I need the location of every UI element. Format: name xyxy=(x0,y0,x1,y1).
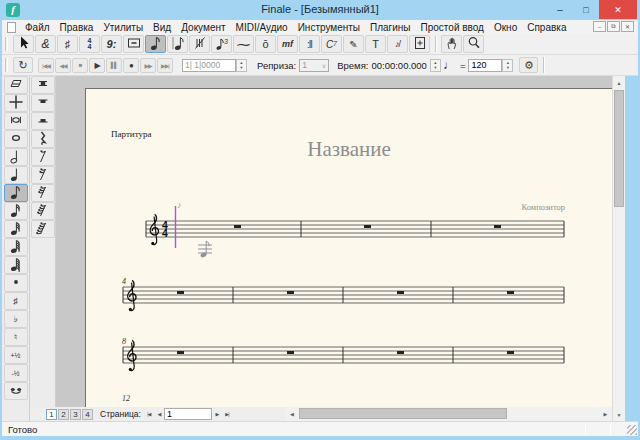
mdi-close-button[interactable]: ✕ xyxy=(621,21,634,32)
menu-item-window[interactable]: Окно xyxy=(489,21,522,34)
scroll-right-arrow[interactable]: ▶ xyxy=(599,407,612,421)
staff-system-3[interactable] xyxy=(121,333,571,381)
page-tab-3[interactable]: 3 xyxy=(70,409,81,420)
selection-tool-button[interactable] xyxy=(13,35,34,53)
staff-system-2[interactable] xyxy=(121,273,571,321)
loop-playback-button[interactable]: ↻ xyxy=(13,57,33,73)
score-canvas[interactable]: Партитура Название Композитор 4 4 ♪ xyxy=(56,76,612,407)
skip-to-end-button[interactable]: ▶▶| xyxy=(157,58,173,73)
menu-item-midi-audio[interactable]: MIDI/Аудио xyxy=(231,21,293,34)
menu-item-view[interactable]: Вид xyxy=(148,21,176,34)
close-button[interactable]: ✕ xyxy=(599,0,637,19)
whole-note-button[interactable] xyxy=(4,130,28,148)
minimize-button[interactable]: – xyxy=(547,0,573,19)
page-number-input[interactable] xyxy=(164,408,212,420)
sharp-button[interactable]: ♯ xyxy=(4,292,28,310)
page-layout-tool-button[interactable] xyxy=(409,35,430,53)
hand-grabber-tool-button[interactable] xyxy=(441,35,462,53)
tuplet-tool-button[interactable]: 3 xyxy=(211,35,232,53)
half-note-button[interactable] xyxy=(4,148,28,166)
record-button[interactable]: ● xyxy=(123,58,139,73)
horizontal-scrollbar[interactable]: ◀ ▶ xyxy=(286,407,612,421)
quarter-rest-button[interactable] xyxy=(31,130,55,148)
menu-item-plugins[interactable]: Плагины xyxy=(365,21,416,34)
eighth-rest-button[interactable] xyxy=(31,148,55,166)
speedy-entry-tool-button[interactable] xyxy=(167,35,188,53)
scroll-down-arrow[interactable]: ▼ xyxy=(613,408,625,421)
time-signature-tool-button[interactable]: 44 xyxy=(79,35,100,53)
crosshair-tool-button[interactable] xyxy=(4,94,28,112)
resize-tool-button[interactable]: ♪/ xyxy=(387,35,408,53)
vertical-scrollbar[interactable]: ▲ ▼ xyxy=(612,76,625,421)
playback-counter-field[interactable]: 1| 1|0000 xyxy=(182,59,236,72)
next-page-button[interactable]: ▶ xyxy=(212,409,222,420)
repeat-tool-button[interactable]: :‖ xyxy=(299,35,320,53)
toolbar-grip[interactable] xyxy=(5,58,8,72)
expression-tool-button[interactable]: mf xyxy=(277,35,298,53)
sixteenth-note-button[interactable] xyxy=(4,202,28,220)
half-rest-button[interactable] xyxy=(31,112,55,130)
mdi-restore-button[interactable]: ⧉ xyxy=(607,21,620,32)
key-signature-tool-button[interactable]: ♯ xyxy=(57,35,78,53)
whole-rest-button[interactable] xyxy=(31,94,55,112)
staff-tool-button[interactable]: & xyxy=(35,35,56,53)
fast-forward-button[interactable]: ▶▶ xyxy=(140,58,156,73)
natural-button[interactable]: ♮ xyxy=(4,328,28,346)
half-step-down-button[interactable]: -½ xyxy=(4,364,28,382)
score-page[interactable]: Партитура Название Композитор 4 4 ♪ xyxy=(85,88,612,407)
resize-grip[interactable] xyxy=(627,425,637,435)
tie-button[interactable] xyxy=(4,382,28,400)
toolbar-grip[interactable] xyxy=(5,37,8,51)
rewind-button[interactable]: ◀◀ xyxy=(55,58,71,73)
page-tab-4[interactable]: 4 xyxy=(82,409,93,420)
horizontal-scroll-thumb[interactable] xyxy=(299,408,507,419)
menu-item-file[interactable]: Файл xyxy=(20,21,55,34)
menu-item-instruments[interactable]: Инструменты xyxy=(293,21,365,34)
double-whole-note-button[interactable] xyxy=(4,112,28,130)
play-button[interactable]: ▶ xyxy=(89,58,105,73)
simple-entry-tool-button[interactable] xyxy=(145,35,166,53)
quarter-note-button[interactable] xyxy=(4,166,28,184)
sixty-fourth-note-button[interactable] xyxy=(4,238,28,256)
mdi-minimize-button[interactable]: – xyxy=(593,21,606,32)
tempo-input[interactable] xyxy=(468,59,502,72)
staff-system-1[interactable]: 4 4 ♪ xyxy=(144,194,572,272)
menu-item-document[interactable]: Документ xyxy=(176,21,230,34)
augmentation-dot-button[interactable] xyxy=(4,274,28,292)
menu-item-edit[interactable]: Правка xyxy=(55,21,99,34)
menu-item-simple-entry[interactable]: Простой ввод xyxy=(416,21,489,34)
pause-button[interactable]: ▌▌ xyxy=(106,58,122,73)
menu-item-help[interactable]: Справка xyxy=(522,21,571,34)
menu-item-utilities[interactable]: Утилиты xyxy=(98,21,148,34)
vertical-scroll-thumb[interactable] xyxy=(614,90,624,207)
tempo-spinner[interactable]: ▴▾ xyxy=(502,59,513,72)
measure-tool-button[interactable] xyxy=(123,35,144,53)
scroll-left-arrow[interactable]: ◀ xyxy=(286,407,298,421)
prev-page-button[interactable]: ◀ xyxy=(154,409,164,420)
double-whole-rest-button[interactable] xyxy=(31,76,55,94)
text-tool-button[interactable]: T xyxy=(365,35,386,53)
playback-settings-button[interactable]: ⚙ xyxy=(519,57,538,73)
sixteenth-rest-button[interactable] xyxy=(31,166,55,184)
sixty-fourth-rest-button[interactable] xyxy=(31,202,55,220)
page-tab-1[interactable]: 1 xyxy=(46,409,57,420)
tempo-note-spinner[interactable]: ▴▾ xyxy=(430,59,441,72)
first-page-button[interactable]: |◀ xyxy=(144,409,154,420)
chord-tool-button[interactable]: C⁷ xyxy=(321,35,342,53)
thirty-second-rest-button[interactable] xyxy=(31,184,55,202)
half-step-up-button[interactable]: +½ xyxy=(4,346,28,364)
last-page-button[interactable]: ▶| xyxy=(222,409,232,420)
reprise-dropdown[interactable]: 1∨ xyxy=(299,59,329,72)
counter-spinner[interactable]: ▴▾ xyxy=(236,59,247,72)
maximize-button[interactable]: □ xyxy=(573,0,599,19)
articulation-tool-button[interactable]: ō xyxy=(255,35,276,53)
hyperscribe-tool-button[interactable] xyxy=(189,35,210,53)
clef-tool-button[interactable]: 9: xyxy=(101,35,122,53)
smart-shape-tool-button[interactable]: ∼ xyxy=(233,35,254,53)
scroll-up-arrow[interactable]: ▲ xyxy=(613,76,625,89)
page-tab-2[interactable]: 2 xyxy=(58,409,69,420)
skip-to-start-button[interactable]: |◀◀ xyxy=(38,58,54,73)
eighth-note-button[interactable] xyxy=(4,184,28,202)
flat-button[interactable]: ♭ xyxy=(4,310,28,328)
eraser-tool-button[interactable] xyxy=(4,76,28,94)
